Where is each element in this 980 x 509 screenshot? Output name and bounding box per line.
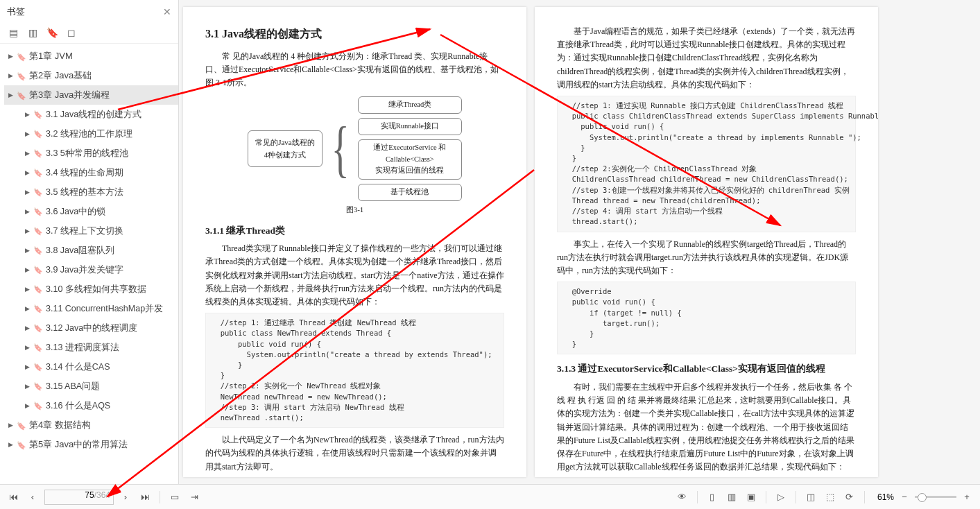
page-left: 3.1 Java线程的创建方式 常 见的Java线程的 4 种创建方式分别为：继… [183, 7, 526, 477]
bookmark-item[interactable]: ▶第3章 Java并发编程 [4, 85, 178, 105]
chevron-right-icon[interactable]: ▶ [25, 402, 32, 409]
fit-width-icon[interactable]: ⇥ [187, 490, 202, 505]
prev-page-button[interactable]: ‹ [25, 490, 40, 505]
expand-all-icon[interactable]: ▤ [7, 26, 19, 39]
diagram-box: 实现Runnable接口 [358, 118, 462, 135]
bookmark-item[interactable]: ▶第4章 数据结构 [4, 415, 178, 435]
bookmark-item[interactable]: ▶第2章 Java基础 [4, 66, 178, 85]
bookmark-item[interactable]: ▶第1章 JVM [4, 46, 178, 66]
code-block: //step 1: 通过实现 Runnable 接口方式创建 ChildrenC… [557, 96, 856, 232]
chevron-right-icon[interactable]: ▶ [25, 363, 32, 370]
bookmark-item[interactable]: ▶3.6 Java中的锁 [4, 202, 178, 221]
bookmark-label: 3.1 Java线程的创建方式 [46, 109, 141, 121]
chevron-right-icon[interactable]: ▶ [25, 344, 32, 351]
first-page-button[interactable]: ⏮ [6, 490, 21, 505]
diagram-right: 继承Thread类 实现Runnable接口 通过ExecutorService… [358, 96, 462, 201]
paragraph: 常 见的Java线程的 4 种创建方式分别为：继承Thread 类、实现Runn… [205, 50, 504, 90]
fit-page-icon[interactable]: ▭ [167, 490, 182, 505]
bookmark-label: 第1章 JVM [29, 50, 73, 62]
zoom-slider[interactable] [915, 496, 956, 498]
close-icon[interactable]: ✕ [163, 6, 171, 17]
bookmark-label: 第3章 Java并发编程 [29, 89, 110, 101]
bookmark-item[interactable]: ▶3.10 多线程如何共享数据 [4, 279, 178, 299]
continuous-icon[interactable]: ▥ [724, 490, 739, 505]
bookmark-add-icon[interactable]: 🔖 [46, 26, 58, 39]
single-page-icon[interactable]: ▯ [705, 490, 720, 505]
bookmark-item[interactable]: ▶3.5 线程的基本方法 [4, 182, 178, 202]
bookmark-item[interactable]: ▶3.16 什么是AQS [4, 396, 178, 415]
bookmark-item[interactable]: ▶3.2 线程池的工作原理 [4, 124, 178, 144]
chevron-right-icon[interactable]: ▶ [25, 189, 32, 196]
chevron-right-icon[interactable]: ▶ [25, 130, 32, 137]
play-icon[interactable]: ▷ [773, 490, 789, 505]
chevron-right-icon[interactable]: ▶ [8, 422, 15, 429]
page-right: 基于Java编程语言的规范，如果子类已经继承（extends）了一个类，就无法再… [535, 7, 878, 477]
bookmark-item[interactable]: ▶第5章 Java中的常用算法 [4, 435, 178, 454]
diagram: 常见的Java线程的 4种创建方式 { 继承Thread类 实现Runnable… [205, 96, 504, 201]
rotate-icon[interactable]: ⟳ [842, 490, 857, 505]
chevron-right-icon[interactable]: ▶ [8, 441, 15, 448]
chevron-right-icon[interactable]: ▶ [25, 208, 32, 215]
bookmark-item[interactable]: ▶3.4 线程的生命周期 [4, 163, 178, 182]
bookmark-icon [33, 323, 43, 333]
bookmark-icon [33, 245, 43, 255]
last-page-button[interactable]: ⏭ [137, 490, 153, 505]
chevron-right-icon[interactable]: ▶ [25, 169, 32, 176]
brace-icon: { [331, 118, 349, 180]
view-group: ◫ ⬚ ⟳ [803, 490, 857, 505]
chevron-right-icon[interactable]: ▶ [25, 150, 32, 157]
bookmark-icon[interactable]: ◻ [65, 26, 78, 39]
bookmark-item[interactable]: ▶3.8 Java阻塞队列 [4, 241, 178, 260]
chevron-right-icon[interactable]: ▶ [25, 286, 32, 293]
diagram-caption: 图3-1 [205, 204, 504, 216]
bookmark-item[interactable]: ▶3.11 ConcurrentHashMap并发 [4, 299, 178, 318]
crop-icon[interactable]: ◫ [803, 490, 818, 505]
next-page-button[interactable]: › [118, 490, 133, 505]
bookmark-label: 3.11 ConcurrentHashMap并发 [46, 303, 163, 315]
bookmark-item[interactable]: ▶3.12 Java中的线程调度 [4, 318, 178, 338]
bookmark-item[interactable]: ▶3.3 5种常用的线程池 [4, 144, 178, 163]
paragraph: 以上代码定义了一个名为NewThread的线程类，该类继承了Thread，run… [205, 433, 504, 474]
chevron-right-icon[interactable]: ▶ [8, 92, 15, 98]
bookmark-label: 3.14 什么是CAS [46, 361, 110, 373]
zoom-in-button[interactable]: + [959, 490, 974, 505]
bookmark-item[interactable]: ▶3.14 什么是CAS [4, 357, 178, 377]
diagram-box: 继承Thread类 [358, 96, 462, 114]
zoom-label: 61% [877, 492, 894, 502]
page-input[interactable]: 75/364 [44, 490, 114, 505]
bookmark-label: 3.9 Java并发关键字 [46, 264, 123, 276]
diagram-text: 实现有返回值的线程 [366, 165, 454, 177]
bookmark-list[interactable]: ▶第1章 JVM▶第2章 Java基础▶第3章 Java并发编程▶3.1 Jav… [0, 44, 178, 484]
bookmark-item[interactable]: ▶3.13 进程调度算法 [4, 338, 178, 357]
bookmark-label: 第2章 Java基础 [29, 69, 92, 82]
zoom-out-button[interactable]: − [897, 490, 912, 505]
bookmark-icon [33, 187, 43, 197]
bookmark-label: 3.8 Java阻塞队列 [46, 245, 114, 257]
collapse-all-icon[interactable]: ▥ [26, 26, 39, 39]
bookmark-label: 第5章 Java中的常用算法 [29, 438, 128, 451]
chevron-right-icon[interactable]: ▶ [8, 53, 15, 60]
chevron-right-icon[interactable]: ▶ [25, 383, 32, 390]
paragraph: 有时，我们需要在主线程中开启多个线程并发执行一个任务，然后收集 各 个 线 程 … [557, 381, 856, 474]
chevron-right-icon[interactable]: ▶ [25, 227, 32, 234]
zoom-area: 61% − + [877, 490, 974, 505]
bookmark-item[interactable]: ▶3.15 ABA问题 [4, 377, 178, 396]
chevron-right-icon[interactable]: ▶ [25, 266, 32, 273]
two-page-icon[interactable]: ▣ [743, 490, 759, 505]
chevron-right-icon[interactable]: ▶ [25, 325, 32, 331]
diagram-text: Callable<Class> [366, 154, 454, 166]
bookmark-icon [17, 420, 26, 430]
chevron-right-icon[interactable]: ▶ [25, 247, 32, 254]
bookmark-icon [17, 51, 26, 61]
bookmark-item[interactable]: ▶3.7 线程上下文切换 [4, 221, 178, 241]
paragraph: 事实上，在传入一个实现了Runnable的线程实例target给Thread后，… [557, 238, 856, 278]
chevron-right-icon[interactable]: ▶ [8, 72, 15, 79]
bookmark-item[interactable]: ▶3.1 Java线程的创建方式 [4, 105, 178, 124]
bookmark-icon [17, 71, 26, 80]
bookmark-item[interactable]: ▶3.9 Java并发关键字 [4, 260, 178, 279]
sidebar: 书签 ✕ ▤ ▥ 🔖 ◻ ▶第1章 JVM▶第2章 Java基础▶第3章 Jav… [0, 0, 179, 484]
visibility-icon[interactable]: 👁 [675, 490, 690, 505]
chevron-right-icon[interactable]: ▶ [25, 111, 32, 118]
select-icon[interactable]: ⬚ [823, 490, 838, 505]
chevron-right-icon[interactable]: ▶ [25, 305, 32, 312]
